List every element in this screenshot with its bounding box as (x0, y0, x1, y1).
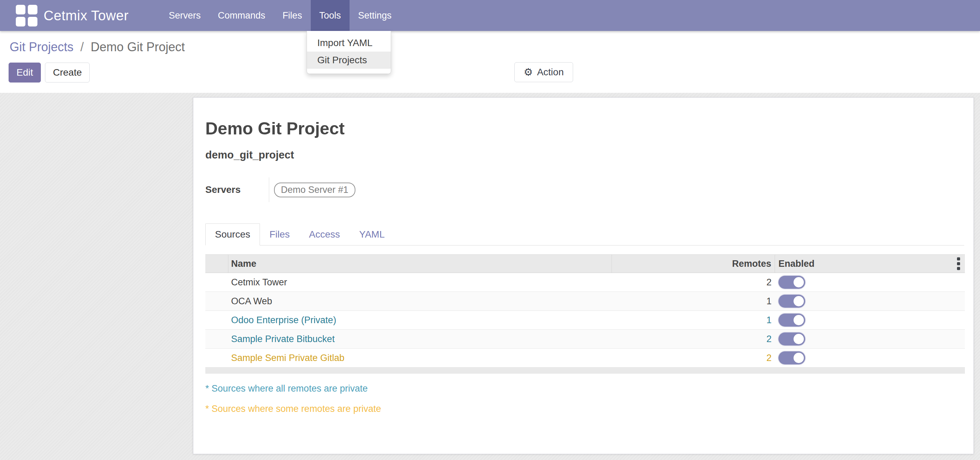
gear-icon: ⚙ (523, 67, 533, 77)
source-name[interactable]: Odoo Enterprise (Private) (228, 311, 612, 329)
legend-semi-private-note: * Sources where some remotes are private (205, 404, 964, 414)
servers-field-label: Servers (205, 184, 269, 195)
legend-private-note: * Sources where all remotes are private (205, 383, 964, 394)
top-navbar: Cetmix Tower Servers Commands Files Tool… (0, 0, 980, 31)
action-button[interactable]: ⚙ Action (514, 62, 573, 82)
apps-grid-icon[interactable] (16, 5, 37, 26)
breadcrumb-separator: / (80, 40, 84, 54)
table-row[interactable]: Sample Private Bitbucket 2 (205, 330, 965, 348)
action-button-label: Action (537, 66, 564, 78)
nav-item-commands[interactable]: Commands (210, 0, 274, 31)
app-brand[interactable]: Cetmix Tower (44, 8, 129, 23)
table-header: Name Remotes Enabled (205, 254, 965, 273)
toggle-knob (794, 277, 804, 288)
source-enabled-cell (775, 311, 965, 329)
enabled-toggle[interactable] (778, 295, 805, 308)
tab-yaml[interactable]: YAML (350, 224, 394, 246)
row-selector-cell[interactable] (205, 330, 228, 348)
toggle-knob (794, 353, 804, 363)
form-sheet: Demo Git Project demo_git_project Server… (193, 97, 974, 454)
column-header-enabled[interactable]: Enabled (775, 255, 965, 273)
optional-columns-icon[interactable] (957, 257, 960, 270)
enabled-header-label: Enabled (778, 259, 815, 269)
edit-button[interactable]: Edit (9, 62, 41, 83)
source-name[interactable]: OCA Web (228, 292, 612, 310)
header-selector-cell (205, 255, 228, 273)
enabled-toggle[interactable] (778, 313, 805, 327)
source-remotes-count: 2 (612, 273, 775, 292)
menu-item-import-yaml[interactable]: Import YAML (307, 34, 391, 51)
source-remotes-count: 1 (612, 292, 775, 310)
tools-dropdown-menu: Import YAML Git Projects (307, 31, 391, 74)
toggle-knob (794, 315, 804, 325)
nav-item-tools[interactable]: Tools (311, 0, 350, 31)
column-header-remotes[interactable]: Remotes (612, 255, 775, 273)
create-button[interactable]: Create (45, 62, 90, 83)
row-selector-cell[interactable] (205, 348, 228, 367)
row-selector-cell[interactable] (205, 273, 228, 292)
breadcrumb-current: Demo Git Project (91, 40, 185, 54)
source-name[interactable]: Cetmix Tower (228, 273, 612, 292)
source-name[interactable]: Sample Semi Private Gitlab (228, 348, 612, 367)
toggle-knob (794, 334, 804, 344)
menu-item-git-projects[interactable]: Git Projects (307, 51, 391, 69)
servers-field: Servers Demo Server #1 (205, 177, 964, 202)
app-window: Cetmix Tower Servers Commands Files Tool… (0, 0, 980, 460)
table-footer-strip (205, 367, 965, 374)
sources-table: Name Remotes Enabled Cetmix Tower 2 OCA … (205, 254, 965, 374)
row-selector-cell[interactable] (205, 311, 228, 329)
enabled-toggle[interactable] (778, 332, 805, 345)
control-panel: Git Projects / Demo Git Project Edit Cre… (0, 31, 980, 93)
nav-item-settings[interactable]: Settings (350, 0, 400, 31)
source-remotes-count: 1 (612, 311, 775, 329)
source-enabled-cell (775, 292, 965, 310)
source-enabled-cell (775, 330, 965, 348)
content-area: Demo Git Project demo_git_project Server… (0, 93, 980, 460)
source-enabled-cell (775, 273, 965, 292)
field-divider (269, 177, 269, 202)
main-menu: Servers Commands Files Tools Settings (161, 0, 400, 31)
table-row[interactable]: Cetmix Tower 2 (205, 273, 965, 292)
row-selector-cell[interactable] (205, 292, 228, 310)
nav-item-servers[interactable]: Servers (161, 0, 210, 31)
source-remotes-count: 2 (612, 348, 775, 367)
tab-access[interactable]: Access (299, 224, 350, 246)
enabled-toggle[interactable] (778, 276, 805, 289)
record-title: Demo Git Project (205, 119, 964, 138)
record-subtitle: demo_git_project (205, 149, 964, 161)
nav-item-files[interactable]: Files (274, 0, 311, 31)
toggle-knob (794, 296, 804, 306)
enabled-toggle[interactable] (778, 351, 805, 364)
table-row[interactable]: OCA Web 1 (205, 292, 965, 311)
source-name[interactable]: Sample Private Bitbucket (228, 330, 612, 348)
tab-files[interactable]: Files (260, 224, 299, 246)
notebook-tabs: Sources Files Access YAML (205, 224, 964, 246)
server-tag[interactable]: Demo Server #1 (274, 182, 355, 197)
source-enabled-cell (775, 348, 965, 367)
control-panel-buttons: Edit Create (9, 62, 90, 83)
table-row[interactable]: Odoo Enterprise (Private) 1 (205, 311, 965, 330)
column-header-name[interactable]: Name (228, 255, 612, 273)
breadcrumb: Git Projects / Demo Git Project (10, 40, 185, 54)
source-remotes-count: 2 (612, 330, 775, 348)
tab-sources[interactable]: Sources (205, 224, 260, 246)
table-row[interactable]: Sample Semi Private Gitlab 2 (205, 348, 965, 367)
breadcrumb-parent-link[interactable]: Git Projects (10, 40, 73, 54)
